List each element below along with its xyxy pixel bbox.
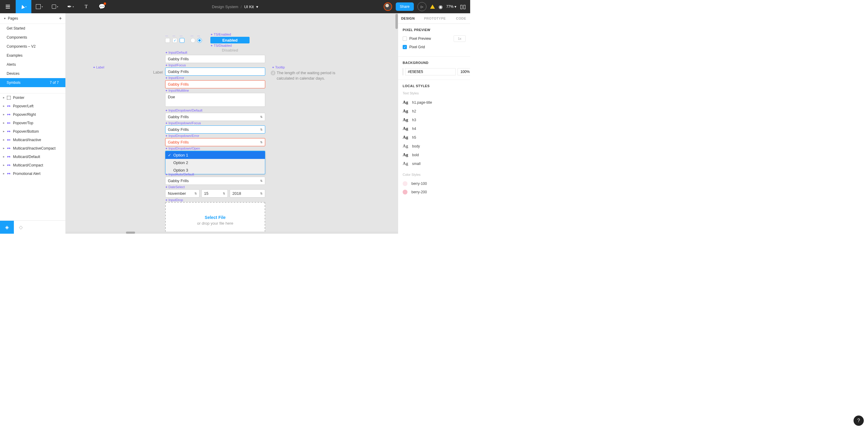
layer-item[interactable]: ▶Multicard/Default [0,152,65,161]
layer-item[interactable]: ▶Popover/Top [0,119,65,127]
frame-label[interactable]: Input/Error [165,76,184,80]
pixel-preview-scale[interactable]: 1x [454,35,466,42]
chevron-down-icon[interactable]: ▾ [256,4,258,9]
page-item[interactable]: Devices [0,69,65,78]
input-default[interactable]: Gabby Frills [165,55,265,63]
date-day[interactable]: 15 [201,190,228,198]
page-item[interactable]: Examples [0,51,65,60]
bg-color-input[interactable] [405,68,456,76]
text-style[interactable]: Agh4 [403,124,466,133]
layer-item[interactable]: ▶Multicard/Inactive [0,136,65,144]
text-style[interactable]: Agh2 [403,107,466,115]
add-page-button[interactable]: + [59,16,62,21]
comment-tool[interactable]: 💬 [94,0,110,13]
date-month[interactable]: November [165,190,199,198]
frame-label[interactable] [165,33,168,37]
view-icon[interactable]: ◉ [438,4,443,10]
text-style[interactable]: Agh3 [403,115,466,124]
layers-tab[interactable]: ◈ [0,221,14,234]
tab-design[interactable]: DESIGN [398,13,418,24]
frame-label[interactable] [173,33,176,37]
layer-item[interactable]: ▶Popover/Bottom [0,127,65,136]
canvas-h-scrollbar[interactable] [66,232,398,234]
dropdown-default[interactable]: Gabby Frills [165,113,265,121]
tab-code[interactable]: CODE [452,13,470,24]
text-style[interactable]: Agsmall [403,159,466,168]
menu-button[interactable] [0,0,16,13]
color-style[interactable]: berry-100 [403,179,466,188]
color-style[interactable]: berry-200 [403,188,466,196]
pages-header[interactable]: ▼ Pages + [0,13,65,24]
bg-swatch[interactable] [403,68,403,76]
zoom-level[interactable]: 77% ▾ [446,4,456,9]
frame-label[interactable]: DateSelect [165,185,185,189]
pixel-preview-checkbox[interactable] [403,36,407,41]
frame-label[interactable]: TS/Enabled [210,33,231,36]
help-icon[interactable]: ▯▯ [460,3,466,10]
frame-label[interactable]: InputDropdown/Open [165,147,200,150]
frame-label[interactable]: Tooltip [272,65,285,69]
select-file-link[interactable]: Select File [205,215,225,220]
layer-item[interactable]: ▶Pointer [0,93,65,102]
frame-label[interactable]: Input/Multiline [165,89,189,92]
radio-checked[interactable] [197,38,202,43]
page-item[interactable]: Alerts [0,60,65,69]
page-item-active[interactable]: Symbols7 of 7 [0,78,65,87]
checkbox-checked[interactable]: ✓ [173,38,177,43]
pixel-grid-checkbox[interactable]: ✓ [403,45,407,49]
user-avatar[interactable] [384,2,392,11]
text-style[interactable]: Agbold [403,150,466,159]
tab-prototype[interactable]: PROTOTYPE [418,13,452,24]
move-tool[interactable]: ▾ [16,0,31,13]
input-auto[interactable]: Gabby Frills [165,177,265,185]
file-drop[interactable]: Select File or drop your file here [165,202,265,234]
enabled-button[interactable]: Enabled [210,37,250,44]
layer-item[interactable]: ▶Multicard/InactiveCompact [0,144,65,152]
page-item[interactable]: Components [0,33,65,42]
dropdown-focus[interactable]: Gabby Frills [165,125,265,134]
dropdown-option[interactable]: Option 1 [165,151,265,159]
frame-label[interactable]: InputAuto/Default [165,172,194,176]
checkbox-outlined[interactable] [180,38,184,43]
checkbox-unchecked[interactable] [165,38,170,43]
canvas-scrollbar[interactable] [396,13,398,234]
frame-label[interactable]: Input/Default [165,51,187,54]
canvas[interactable]: Label Label ✓ TS/Enabled Enabled TS/Disa… [66,13,398,234]
layer-item[interactable]: ▶Popover/Left [0,102,65,110]
file-breadcrumb[interactable]: Design System / UI Kit ▾ [212,4,258,9]
assets-tab[interactable]: ◇ [14,221,28,234]
page-item[interactable]: Get Started [0,24,65,33]
pen-tool[interactable]: ✒▾ [63,0,79,13]
frame-label[interactable]: Input/Focus [165,63,186,67]
input-multiline[interactable]: Doe [165,93,265,107]
frame-label[interactable]: InputDropdown/Error [165,134,199,138]
dropdown-option[interactable]: Option 2 [165,159,265,167]
bg-opacity-input[interactable] [458,68,470,76]
input-focus[interactable]: Gabby Frills [165,67,265,76]
frame-label[interactable]: InputDropdown/Default [165,109,203,112]
input-error[interactable]: Gabby Frills [165,80,265,88]
frame-tool[interactable]: ▾ [31,0,47,13]
share-button[interactable]: Share [396,2,414,11]
text-style[interactable]: Agh1.page-title [403,98,466,107]
present-button[interactable]: ▷ [417,2,427,11]
frame-label[interactable] [180,33,183,37]
page-item[interactable]: Components – V2 [0,42,65,51]
dropdown-error[interactable]: Gabby Frills [165,138,265,146]
layer-item[interactable]: ▶Popover/Right [0,110,65,119]
shape-tool[interactable]: ▾ [47,0,63,13]
frame-label[interactable]: InputDrop [165,198,183,202]
frame-label[interactable] [197,33,200,37]
frame-label[interactable]: TS/Disabled [210,44,232,47]
text-style[interactable]: Agh5 [403,133,466,142]
frame-label[interactable] [190,33,193,37]
radio-unchecked[interactable] [190,38,195,43]
layer-item[interactable]: ▶Promotional Alert [0,169,65,178]
text-tool[interactable]: T [79,0,94,13]
text-style[interactable]: Agbody [403,142,466,150]
dropdown-open[interactable]: Option 1 Option 2 Option 3 [165,151,265,174]
frame-label[interactable]: InputDropdown/Focus [165,121,201,125]
frame-label[interactable]: Label [93,65,104,69]
layer-item[interactable]: ▶Multicard/Compact [0,161,65,169]
warning-icon[interactable] [430,4,435,9]
